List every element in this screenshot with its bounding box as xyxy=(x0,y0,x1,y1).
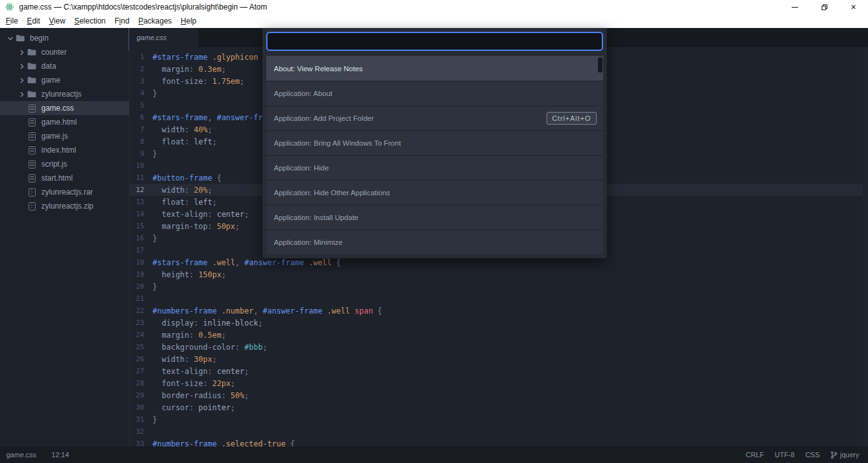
command-palette-input[interactable] xyxy=(266,32,603,51)
tree-item-zylunreactjs-rar[interactable]: zylunreactjs.rar xyxy=(0,185,130,199)
tree-item-begin[interactable]: begin xyxy=(0,31,130,45)
close-button[interactable]: × xyxy=(839,0,868,14)
folder-icon xyxy=(27,90,37,98)
line-number: 22 xyxy=(130,307,153,315)
tree-item-script-js[interactable]: script.js xyxy=(0,157,130,171)
menu-packages[interactable]: Packages xyxy=(134,15,177,27)
folder-icon xyxy=(15,34,25,42)
code-line-28[interactable]: 28 font-size: 22px; xyxy=(130,377,868,389)
menu-view[interactable]: View xyxy=(44,15,70,27)
line-number: 33 xyxy=(130,439,153,446)
file-tree: begin counter data game zylunreactjs gam… xyxy=(0,28,130,446)
code-line-24[interactable]: 24 margin: 0.5em; xyxy=(130,329,868,341)
code-text: background-color: #bbb; xyxy=(153,343,268,352)
line-number: 16 xyxy=(130,234,153,242)
code-line-33[interactable]: 33#numbers-frame .selected-true { xyxy=(130,438,868,446)
tree-item-label: script.js xyxy=(41,160,67,169)
tree-item-label: begin xyxy=(30,34,48,43)
status-crlf[interactable]: CRLF xyxy=(746,451,764,459)
command-palette-item-application-about[interactable]: Application: About xyxy=(266,81,603,106)
command-palette-item-application-add-project-folder[interactable]: Application: Add Project Folder Ctrl+Alt… xyxy=(266,106,603,130)
git-branch-icon xyxy=(831,451,837,459)
branch-name: jquery xyxy=(840,451,859,459)
code-text: margin: 0.3em; xyxy=(153,65,226,74)
command-palette-item-about-view-release-notes[interactable]: About: View Release Notes xyxy=(266,56,603,81)
tree-item-data[interactable]: data xyxy=(0,59,130,73)
code-line-26[interactable]: 26 width: 30px; xyxy=(130,353,868,365)
command-palette: About: View Release Notes Application: A… xyxy=(262,28,607,258)
file-icon xyxy=(27,104,37,113)
archive-icon xyxy=(27,202,37,211)
tree-item-counter[interactable]: counter xyxy=(0,45,130,59)
line-number: 24 xyxy=(130,331,153,339)
code-line-32[interactable]: 32 xyxy=(130,425,868,438)
code-line-29[interactable]: 29 border-radius: 50%; xyxy=(130,389,868,401)
tree-item-label: game.html xyxy=(41,118,77,127)
restore-button[interactable] xyxy=(810,0,839,14)
tree-item-zylunreactjs-zip[interactable]: zylunreactjs.zip xyxy=(0,199,130,213)
code-line-20[interactable]: 20} xyxy=(130,280,868,293)
code-line-27[interactable]: 27 text-align: center; xyxy=(130,365,868,377)
minimize-button[interactable] xyxy=(780,0,810,14)
command-palette-item-application-install-update[interactable]: Application: Install Update xyxy=(266,205,603,230)
tree-item-label: data xyxy=(41,62,56,71)
command-label: Application: Hide xyxy=(274,164,329,172)
line-number: 32 xyxy=(130,427,153,436)
line-number: 29 xyxy=(130,391,153,399)
line-number: 8 xyxy=(130,137,153,146)
line-number: 5 xyxy=(130,101,153,109)
command-label: Application: Bring All Windows To Front xyxy=(274,139,401,147)
file-icon xyxy=(27,146,37,155)
tree-item-start-html[interactable]: start.html xyxy=(0,171,130,185)
tree-item-label: start.html xyxy=(41,174,72,183)
code-line-19[interactable]: 19 height: 150px; xyxy=(130,268,868,280)
tab-label: game.css xyxy=(137,34,166,41)
command-label: Application: Add Project Folder xyxy=(274,114,374,122)
chevron-right-icon xyxy=(17,78,27,83)
menu-selection[interactable]: Selection xyxy=(70,15,110,27)
editor-scrollbar[interactable] xyxy=(862,47,868,446)
command-palette-item-application-hide-other-applications[interactable]: Application: Hide Other Applications xyxy=(266,180,603,205)
code-line-23[interactable]: 23 display: inline-block; xyxy=(130,317,868,329)
tree-item-label: game.css xyxy=(41,104,74,113)
tree-item-game-css[interactable]: game.css xyxy=(0,101,130,115)
code-text: font-size: 22px; xyxy=(153,379,235,388)
code-line-21[interactable]: 21 xyxy=(130,293,868,305)
menu-help[interactable]: Help xyxy=(176,15,201,27)
code-line-30[interactable]: 30 cursor: pointer; xyxy=(130,401,868,413)
code-text: #button-frame { xyxy=(153,174,221,183)
tree-item-index-html[interactable]: index.html xyxy=(0,143,130,157)
tree-item-game-js[interactable]: game.js xyxy=(0,129,130,143)
tree-item-game-html[interactable]: game.html xyxy=(0,115,130,129)
line-number: 13 xyxy=(130,198,153,206)
status-css[interactable]: CSS xyxy=(805,451,820,459)
code-text: #stars-frame .glyphicon { xyxy=(153,53,268,62)
status-utf8[interactable]: UTF-8 xyxy=(775,451,794,459)
line-number: 20 xyxy=(130,282,153,291)
status-file-name[interactable]: game.css xyxy=(6,451,36,459)
command-palette-item-application-bring-all-windows-to-front[interactable]: Application: Bring All Windows To Front xyxy=(266,130,603,155)
code-line-31[interactable]: 31} xyxy=(130,413,868,425)
tab-game-css[interactable]: game.css xyxy=(130,28,198,47)
line-number: 1 xyxy=(130,53,153,61)
tree-item-label: index.html xyxy=(41,146,76,155)
menu-edit[interactable]: Edit xyxy=(22,15,44,27)
file-icon xyxy=(27,160,37,169)
menu-find[interactable]: Find xyxy=(110,15,133,27)
code-text: #numbers-frame .selected-true { xyxy=(153,439,295,447)
menu-file[interactable]: File xyxy=(1,15,22,27)
status-git-branch[interactable]: jquery xyxy=(831,451,859,459)
tree-item-game[interactable]: game xyxy=(0,73,130,87)
code-text: cursor: pointer; xyxy=(153,403,235,412)
command-label: Application: Minimize xyxy=(274,238,342,246)
status-cursor-position[interactable]: 12:14 xyxy=(51,451,69,459)
code-line-22[interactable]: 22#numbers-frame .number, #answer-frame … xyxy=(130,305,868,317)
code-text: font-size: 1.75em; xyxy=(153,77,245,86)
command-palette-item-application-hide[interactable]: Application: Hide xyxy=(266,155,603,180)
command-palette-item-application-minimize[interactable]: Application: Minimize xyxy=(266,230,603,254)
tree-item-zylunreactjs[interactable]: zylunreactjs xyxy=(0,87,130,101)
code-line-25[interactable]: 25 background-color: #bbb; xyxy=(130,341,868,353)
palette-scrollbar-thumb[interactable] xyxy=(598,57,602,73)
line-number: 10 xyxy=(130,162,153,170)
command-label: Application: About xyxy=(274,90,332,97)
